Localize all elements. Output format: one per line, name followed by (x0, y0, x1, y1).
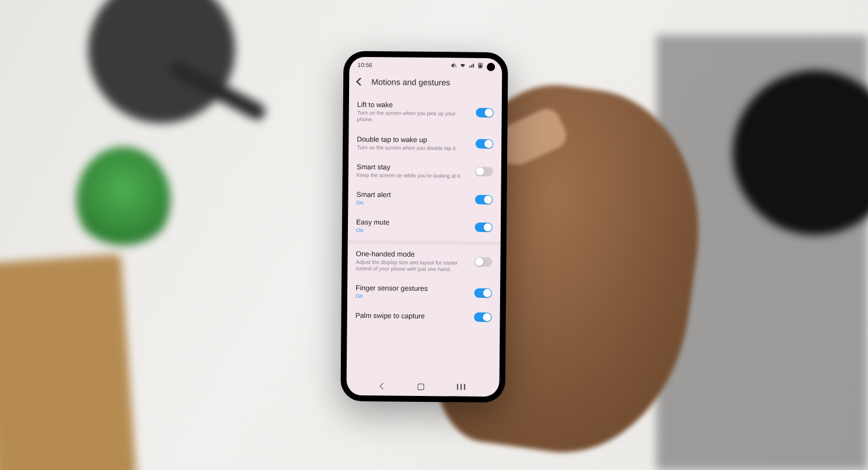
page-header: Motions and gestures (349, 72, 502, 96)
setting-title: Smart stay (357, 163, 470, 172)
setting-row[interactable]: Lift to wakeTurn on the screen when you … (348, 95, 502, 130)
nav-home-icon[interactable] (417, 383, 424, 390)
toggle-switch[interactable] (475, 139, 493, 149)
toggle-switch[interactable] (474, 257, 492, 266)
setting-subtitle: Keep the screen on while you're looking … (357, 172, 470, 180)
wifi-icon (460, 63, 465, 69)
nav-back-icon[interactable] (379, 383, 386, 390)
status-time: 10:56 (357, 61, 372, 68)
background-prop (76, 147, 170, 253)
setting-row[interactable]: Double tap to wake upTurn on the screen … (348, 129, 501, 158)
setting-title: Double tap to wake up (357, 135, 470, 144)
setting-subtitle: On (356, 200, 469, 207)
status-bar: 10:56 (349, 57, 502, 73)
battery-icon (477, 63, 483, 69)
back-icon[interactable] (356, 78, 364, 86)
setting-title: Palm swipe to capture (356, 311, 468, 321)
background-prop (0, 254, 138, 470)
svg-rect-2 (479, 65, 481, 68)
toggle-switch[interactable] (475, 167, 493, 176)
setting-row[interactable]: Easy muteOn (348, 212, 501, 241)
nav-recents-icon[interactable] (456, 384, 465, 390)
phone-screen: 10:56 Motions and gestures Lift to wakeT… (346, 57, 502, 397)
toggle-switch[interactable] (476, 108, 494, 118)
setting-subtitle: On (356, 293, 468, 301)
mute-icon (451, 62, 457, 68)
setting-subtitle: Turn on the screen when you double tap i… (357, 144, 470, 152)
setting-row[interactable]: Palm swipe to capture (347, 306, 500, 328)
setting-row[interactable]: Smart stayKeep the screen on while you'r… (348, 157, 501, 186)
toggle-switch[interactable] (475, 194, 492, 204)
setting-title: Lift to wake (357, 100, 470, 110)
setting-subtitle: Adjust the display size and layout for e… (356, 258, 468, 273)
svg-line-0 (454, 63, 456, 67)
setting-title: One-handed mode (356, 249, 469, 258)
setting-subtitle: On (356, 227, 469, 235)
setting-row[interactable]: Finger sensor gesturesOn (347, 278, 500, 307)
front-camera (487, 63, 495, 71)
setting-row[interactable]: One-handed modeAdjust the display size a… (347, 243, 501, 279)
setting-row[interactable]: Smart alertOn (348, 184, 501, 214)
background-prop (88, 0, 235, 123)
setting-title: Smart alert (356, 190, 469, 200)
toggle-switch[interactable] (474, 313, 492, 322)
phone-frame: 10:56 Motions and gestures Lift to wakeT… (340, 51, 508, 402)
setting-subtitle: Turn on the screen when you pick up your… (357, 110, 470, 124)
setting-title: Easy mute (356, 218, 469, 227)
toggle-switch[interactable] (475, 223, 492, 232)
page-title: Motions and gestures (371, 77, 450, 87)
setting-title: Finger sensor gestures (356, 284, 468, 293)
navigation-bar (346, 377, 499, 397)
signal-icon (468, 63, 474, 69)
toggle-switch[interactable] (474, 288, 492, 297)
scene-background: 10:56 Motions and gestures Lift to wakeT… (0, 0, 868, 470)
settings-list[interactable]: Lift to wakeTurn on the screen when you … (347, 95, 502, 378)
